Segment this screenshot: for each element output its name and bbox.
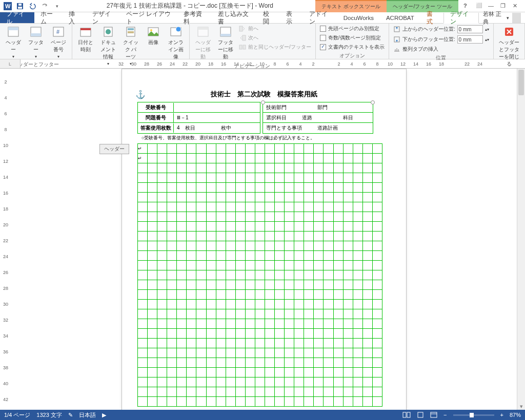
svg-rect-3 bbox=[18, 7, 22, 9]
horizontal-ruler[interactable]: 3230282624222018161412108642246810121416… bbox=[21, 59, 525, 69]
header-from-top[interactable]: 上からのヘッダー位置:0 mm▴▾ bbox=[392, 25, 490, 34]
minimize-button[interactable]: — bbox=[488, 3, 495, 10]
show-document-text-checkbox[interactable]: 文書内のテキストを表示 bbox=[319, 43, 386, 51]
user-name[interactable]: 若林 正典 bbox=[483, 10, 503, 26]
tab-insert[interactable]: 挿入 bbox=[63, 12, 86, 23]
svg-text:W: W bbox=[5, 3, 11, 9]
link-previous-button: 前と同じヘッダー/フッター bbox=[238, 43, 312, 51]
footer-button[interactable]: フッター▾ bbox=[26, 25, 46, 60]
tab-design[interactable]: デザイン bbox=[86, 12, 120, 23]
context-tab-headerfooter[interactable]: ヘッダー/フッター ツール bbox=[387, 0, 458, 12]
svg-rect-29 bbox=[243, 45, 246, 49]
svg-text:#: # bbox=[56, 29, 60, 35]
svg-rect-8 bbox=[31, 33, 41, 36]
svg-rect-17 bbox=[128, 31, 134, 33]
tab-design-active[interactable]: デザイン bbox=[443, 13, 479, 24]
ribbon-display-button[interactable]: ⬜ bbox=[476, 3, 483, 10]
insert-alignment-tab[interactable]: 整列タブの挿入 bbox=[392, 45, 490, 53]
restore-button[interactable]: ❐ bbox=[500, 3, 508, 10]
goto-footer-button[interactable]: フッターに移動 bbox=[215, 25, 236, 61]
svg-rect-23 bbox=[198, 27, 208, 30]
svg-rect-25 bbox=[220, 34, 231, 36]
previous-button: 前へ bbox=[238, 25, 312, 33]
tab-file[interactable]: ファイル bbox=[0, 12, 34, 23]
svg-point-19 bbox=[150, 29, 152, 31]
svg-rect-6 bbox=[8, 27, 18, 30]
tab-home[interactable]: ホーム bbox=[34, 12, 63, 23]
svg-point-21 bbox=[176, 27, 181, 32]
undo-icon[interactable] bbox=[27, 1, 38, 12]
tab-acrobat[interactable]: ACROBAT bbox=[380, 12, 420, 23]
tab-view[interactable]: 表示 bbox=[280, 12, 303, 23]
different-odd-even-checkbox[interactable]: 奇数/偶数ページ別指定 bbox=[319, 34, 386, 42]
tab-references[interactable]: 参考資料 bbox=[177, 12, 212, 23]
tab-layout[interactable]: ページ レイアウト bbox=[120, 12, 177, 23]
next-button: 次へ bbox=[238, 34, 312, 42]
ruler-corner[interactable]: L bbox=[0, 59, 21, 69]
goto-header-button: ヘッダーに移動 bbox=[193, 25, 213, 61]
svg-rect-27 bbox=[243, 35, 246, 40]
avatar[interactable] bbox=[512, 13, 521, 23]
datetime-button[interactable]: 日付と時刻 bbox=[75, 25, 96, 54]
svg-rect-26 bbox=[239, 26, 243, 31]
footer-from-bottom[interactable]: 下からのフッター位置:0 mm▴▾ bbox=[392, 35, 490, 44]
header-button[interactable]: ヘッダー▾ bbox=[3, 25, 24, 60]
picture-button[interactable]: 画像 bbox=[143, 25, 164, 47]
svg-rect-28 bbox=[239, 45, 242, 49]
window-title: 27年復元 1 技術士原稿課題 - コピー.doc [互換モード] - Word bbox=[65, 2, 315, 10]
group-options: オプション bbox=[319, 51, 386, 59]
tab-addins[interactable]: アドイン bbox=[303, 12, 337, 23]
svg-point-14 bbox=[106, 29, 111, 34]
online-picture-button[interactable]: オンライン画像 bbox=[166, 25, 186, 61]
svg-rect-12 bbox=[80, 28, 91, 30]
svg-rect-4 bbox=[18, 4, 22, 6]
different-first-page-checkbox[interactable]: 先頭ページのみ別指定 bbox=[319, 25, 386, 33]
close-button[interactable]: ✕ bbox=[513, 3, 520, 10]
tab-mailings[interactable]: 差し込み文書 bbox=[212, 12, 257, 23]
help-button[interactable]: ? bbox=[463, 3, 471, 10]
tab-review[interactable]: 校閲 bbox=[257, 12, 280, 23]
pagenumber-button[interactable]: #ページ番号▾ bbox=[48, 25, 69, 60]
tab-format[interactable]: 書式 bbox=[420, 12, 443, 23]
svg-rect-16 bbox=[128, 28, 134, 30]
tab-docuworks[interactable]: DocuWorks bbox=[337, 12, 380, 23]
